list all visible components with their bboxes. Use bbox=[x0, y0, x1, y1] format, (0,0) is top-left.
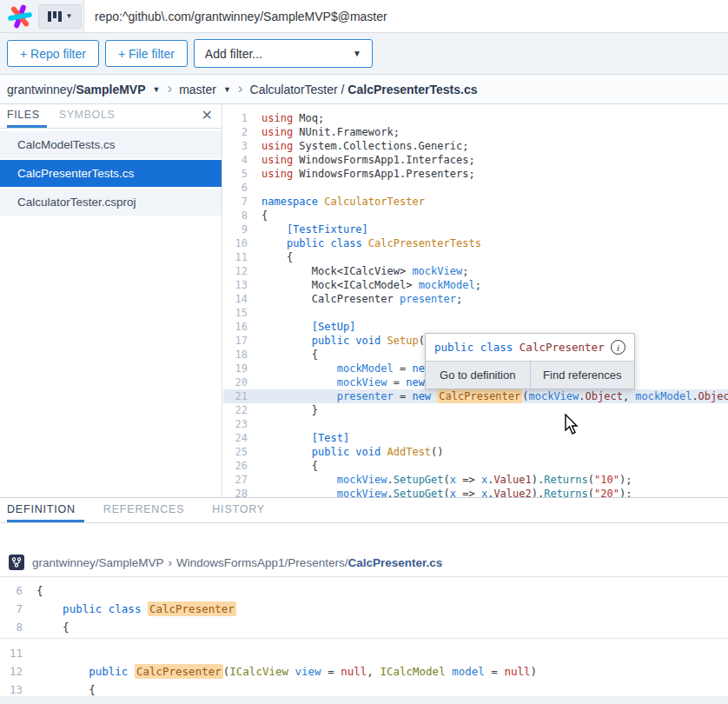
code-token: ICalcView bbox=[229, 665, 288, 678]
breadcrumb-branch[interactable]: master bbox=[179, 83, 216, 96]
line-number: 12 bbox=[0, 662, 23, 681]
code-token bbox=[261, 390, 337, 402]
repo-filter-button[interactable]: + Repo filter bbox=[7, 40, 99, 67]
line-number: 10 bbox=[223, 236, 248, 250]
file-filter-button[interactable]: + File filter bbox=[105, 40, 188, 67]
code-line[interactable]: 7 public class CalcPresenter bbox=[0, 600, 728, 618]
code-line[interactable]: 12 Mock<ICalcView> mockView; bbox=[223, 264, 728, 278]
tab-files[interactable]: FILES bbox=[7, 104, 47, 128]
code-token: = bbox=[321, 665, 341, 678]
code-line[interactable]: 8 { bbox=[0, 618, 728, 636]
code-line[interactable]: 6{ bbox=[0, 581, 728, 600]
top-search-bar: ▼ bbox=[0, 0, 728, 33]
code-line[interactable]: 11 bbox=[0, 644, 728, 662]
code-token: mockModel bbox=[635, 390, 692, 402]
code-token: CalcPresenter bbox=[148, 601, 236, 616]
code-line[interactable]: 6 bbox=[223, 181, 728, 195]
layout-toggle-button[interactable]: ▼ bbox=[38, 4, 82, 29]
file-item[interactable]: CalculatorTester.csproj bbox=[0, 189, 222, 216]
code-line[interactable]: 7namespace CalculatorTester bbox=[223, 195, 728, 209]
code-line[interactable]: 2using NUnit.Framework; bbox=[223, 125, 728, 139]
line-number: 6 bbox=[223, 181, 248, 195]
chevron-down-icon[interactable]: ▼ bbox=[153, 85, 161, 94]
code-text: { bbox=[36, 618, 69, 636]
code-line[interactable]: 1using Moq; bbox=[223, 111, 728, 125]
code-token: [TestFixture] bbox=[261, 223, 368, 236]
chevron-right-icon: › bbox=[238, 81, 243, 96]
code-token: public class bbox=[434, 341, 513, 354]
code-token: = bbox=[394, 390, 413, 402]
file-item[interactable]: CalcPresenterTests.cs bbox=[0, 160, 222, 187]
code-token: "20" bbox=[594, 488, 619, 497]
breadcrumb-repo[interactable]: grantwinney/SampleMVP bbox=[7, 83, 146, 96]
sourcegraph-app: ▼ + Repo filter + File filter Add filter… bbox=[0, 0, 728, 704]
line-number: 4 bbox=[223, 153, 248, 167]
tab-definition[interactable]: DEFINITION bbox=[7, 498, 84, 522]
code-text: Mock<ICalcModel> mockModel; bbox=[261, 278, 481, 292]
code-token bbox=[36, 602, 63, 615]
code-text: mockView.SetupGet(x => x.Value1).Returns… bbox=[261, 473, 632, 487]
code-line[interactable]: 14 CalcPresenter presenter; bbox=[223, 292, 728, 306]
tab-references[interactable]: REFERENCES bbox=[103, 498, 193, 522]
code-token: mockView bbox=[337, 488, 387, 497]
code-token: Mock<ICalcView> bbox=[261, 265, 412, 277]
tab-symbols[interactable]: SYMBOLS bbox=[59, 104, 122, 128]
code-token: public void bbox=[312, 335, 381, 347]
code-text: { bbox=[261, 250, 293, 264]
code-line[interactable]: 16 [SetUp] bbox=[223, 320, 728, 334]
code-token: Returns bbox=[544, 488, 588, 497]
search-input[interactable] bbox=[84, 0, 728, 32]
sourcegraph-logo-icon[interactable] bbox=[7, 3, 33, 30]
path-separator: › bbox=[169, 556, 173, 569]
code-line[interactable]: 4using WindowsFormsApp1.Interfaces; bbox=[223, 153, 728, 167]
file-item[interactable]: CalcModelTests.cs bbox=[0, 131, 222, 158]
code-line[interactable]: 11 { bbox=[223, 250, 728, 264]
code-line[interactable]: 27 mockView.SetupGet(x => x.Value1).Retu… bbox=[223, 473, 728, 487]
code-line[interactable]: 10 public class CalcPresenterTests bbox=[223, 236, 728, 250]
code-line[interactable]: 12 public CalcPresenter(ICalcView view =… bbox=[0, 662, 728, 681]
code-line[interactable]: 24 [Test] bbox=[223, 431, 728, 445]
find-references-button[interactable]: Find references bbox=[530, 362, 635, 389]
info-icon[interactable]: i bbox=[611, 340, 625, 355]
line-number: 11 bbox=[0, 644, 23, 662]
main-area: FILES SYMBOLS ✕ CalcModelTests.csCalcPre… bbox=[0, 104, 728, 497]
code-line[interactable]: 22 } bbox=[223, 403, 728, 417]
code-token: Value1 bbox=[493, 474, 531, 486]
code-text: Mock<ICalcView> mockView; bbox=[261, 264, 468, 278]
code-line[interactable]: 8{ bbox=[223, 209, 728, 222]
code-token: using bbox=[261, 140, 293, 152]
code-line[interactable]: 21 presenter = new CalcPresenter(mockVie… bbox=[223, 389, 728, 403]
code-line[interactable]: 28 mockView.SetupGet(x => x.Value2).Retu… bbox=[223, 487, 728, 497]
definition-file-path[interactable]: grantwinney/SampleMVP › WindowsFormsApp1… bbox=[0, 548, 728, 577]
code-line[interactable]: 26 { bbox=[223, 459, 728, 473]
code-line[interactable]: 15 bbox=[223, 306, 728, 320]
code-token: } bbox=[261, 404, 318, 416]
code-line[interactable]: 23 bbox=[223, 417, 728, 431]
breadcrumb-path[interactable]: CalculatorTester / CalcPresenterTests.cs bbox=[250, 83, 478, 96]
chevron-down-icon[interactable]: ▼ bbox=[223, 85, 231, 94]
code-token: . bbox=[387, 488, 394, 497]
code-token bbox=[261, 488, 337, 497]
line-number: 21 bbox=[223, 389, 248, 403]
go-to-definition-button[interactable]: Go to definition bbox=[426, 362, 530, 389]
tab-history[interactable]: HISTORY bbox=[212, 498, 274, 522]
code-token: ); bbox=[619, 474, 632, 486]
code-token bbox=[261, 446, 312, 458]
code-line[interactable]: 13 Mock<ICalcModel> mockModel; bbox=[223, 278, 728, 292]
add-filter-dropdown[interactable]: Add filter... ▼ bbox=[194, 39, 373, 68]
code-token bbox=[36, 665, 89, 678]
code-token: view bbox=[295, 665, 321, 678]
code-token: ; bbox=[456, 293, 462, 305]
code-line[interactable]: 5using WindowsFormsApp1.Presenters; bbox=[223, 167, 728, 181]
code-line[interactable]: 3using System.Collections.Generic; bbox=[223, 139, 728, 153]
tooltip-signature-row: public class CalcPresenter i bbox=[426, 334, 634, 361]
code-line[interactable]: 9 [TestFixture] bbox=[223, 222, 728, 236]
code-token: . bbox=[692, 390, 698, 402]
close-icon[interactable]: ✕ bbox=[202, 107, 213, 123]
code-token: { bbox=[36, 621, 69, 634]
code-token: System.Collections.Generic; bbox=[293, 140, 468, 152]
code-text: public class CalcPresenter bbox=[36, 600, 236, 618]
code-line[interactable]: 25 public void AddTest() bbox=[223, 445, 728, 459]
code-token: public class bbox=[287, 237, 362, 249]
code-token: mockView bbox=[529, 390, 579, 402]
